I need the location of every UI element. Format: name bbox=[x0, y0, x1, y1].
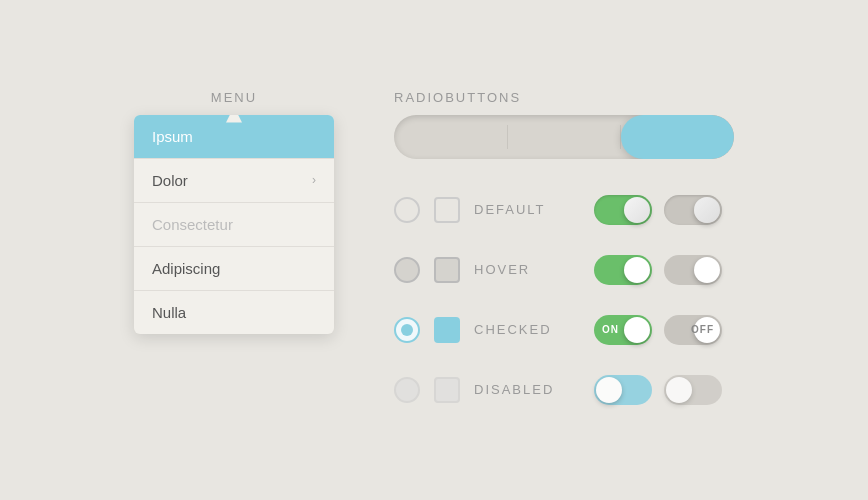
menu-item-adipiscing[interactable]: Adipiscing bbox=[134, 247, 334, 291]
toggle-knob-on-hover bbox=[624, 257, 650, 283]
controls-left: DEFAULT HOVER CHECKED bbox=[394, 189, 554, 411]
toggle-knob-on-checked bbox=[624, 317, 650, 343]
seg-item-1[interactable] bbox=[394, 115, 507, 159]
toggle-row-default bbox=[594, 189, 722, 231]
toggle-on-checked[interactable]: ON bbox=[594, 315, 652, 345]
controls-grid: DEFAULT HOVER CHECKED bbox=[394, 189, 722, 411]
chevron-right-icon: › bbox=[312, 173, 316, 187]
menu-item-ipsum[interactable]: Ipsum bbox=[134, 115, 334, 159]
toggle-on-hover[interactable] bbox=[594, 255, 652, 285]
radiobuttons-section: RADIOBUTTONS DEFAULT bbox=[394, 90, 734, 411]
toggle-knob-off-default bbox=[694, 197, 720, 223]
menu-item-ipsum-label: Ipsum bbox=[152, 128, 193, 145]
menu-item-nulla[interactable]: Nulla bbox=[134, 291, 334, 334]
checkbox-checked[interactable] bbox=[434, 317, 460, 343]
radio-default[interactable] bbox=[394, 197, 420, 223]
toggle-on-disabled bbox=[594, 375, 652, 405]
toggle-knob-off-disabled bbox=[666, 377, 692, 403]
label-default: DEFAULT bbox=[474, 202, 554, 217]
menu-item-dolor-label: Dolor bbox=[152, 172, 188, 189]
radio-checked[interactable] bbox=[394, 317, 420, 343]
toggle-on-label: ON bbox=[602, 324, 619, 335]
toggle-knob-off-hover bbox=[694, 257, 720, 283]
toggle-off-checked[interactable]: OFF bbox=[664, 315, 722, 345]
menu-item-consectetur: Consectetur bbox=[134, 203, 334, 247]
seg-item-3[interactable] bbox=[621, 115, 734, 159]
radio-checked-inner bbox=[401, 324, 413, 336]
menu-card: Ipsum Dolor › Consectetur Adipiscing Nul… bbox=[134, 115, 334, 334]
menu-item-dolor[interactable]: Dolor › bbox=[134, 159, 334, 203]
menu-item-consectetur-label: Consectetur bbox=[152, 216, 233, 233]
control-row-disabled: DISABLED bbox=[394, 369, 554, 411]
toggle-off-disabled bbox=[664, 375, 722, 405]
label-checked: CHECKED bbox=[474, 322, 554, 337]
toggle-row-checked: ON OFF bbox=[594, 309, 722, 351]
controls-right: ON OFF bbox=[594, 189, 722, 411]
toggle-on-default[interactable] bbox=[594, 195, 652, 225]
toggle-off-label: OFF bbox=[691, 324, 714, 335]
checkbox-hover[interactable] bbox=[434, 257, 460, 283]
checkbox-disabled bbox=[434, 377, 460, 403]
label-disabled: DISABLED bbox=[474, 382, 554, 397]
control-row-default: DEFAULT bbox=[394, 189, 554, 231]
control-row-checked: CHECKED bbox=[394, 309, 554, 351]
menu-section: MENU Ipsum Dolor › Consectetur Adipiscin… bbox=[134, 90, 334, 334]
segmented-bar[interactable] bbox=[394, 115, 734, 159]
menu-item-adipiscing-label: Adipiscing bbox=[152, 260, 220, 277]
toggle-knob-on-disabled bbox=[596, 377, 622, 403]
toggle-row-hover bbox=[594, 249, 722, 291]
toggle-knob-on-default bbox=[624, 197, 650, 223]
menu-item-nulla-label: Nulla bbox=[152, 304, 186, 321]
control-row-hover: HOVER bbox=[394, 249, 554, 291]
label-hover: HOVER bbox=[474, 262, 554, 277]
radio-hover[interactable] bbox=[394, 257, 420, 283]
toggle-off-default[interactable] bbox=[664, 195, 722, 225]
radio-disabled bbox=[394, 377, 420, 403]
main-container: MENU Ipsum Dolor › Consectetur Adipiscin… bbox=[134, 90, 734, 411]
seg-item-2[interactable] bbox=[508, 115, 621, 159]
menu-title: MENU bbox=[211, 90, 257, 105]
toggle-row-disabled bbox=[594, 369, 722, 411]
radiobuttons-title: RADIOBUTTONS bbox=[394, 90, 521, 105]
checkbox-default[interactable] bbox=[434, 197, 460, 223]
toggle-off-hover[interactable] bbox=[664, 255, 722, 285]
